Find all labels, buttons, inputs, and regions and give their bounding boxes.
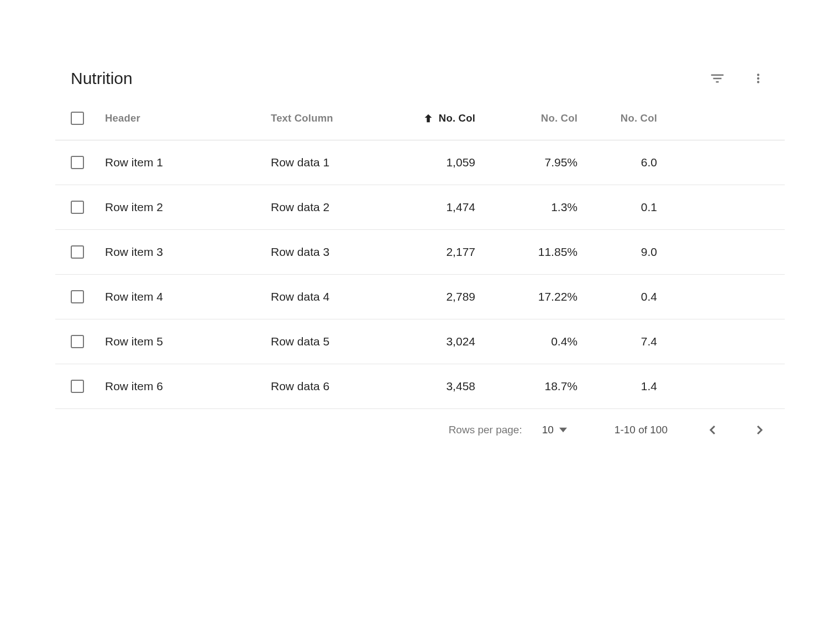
row-header: Row item 6 — [105, 380, 271, 393]
table-row: Row item 4 Row data 4 2,789 17.22% 0.4 — [55, 275, 785, 319]
table-row: Row item 6 Row data 6 3,458 18.7% 1.4 — [55, 364, 785, 409]
row-num3: 0.1 — [578, 201, 657, 214]
row-num2: 11.85% — [475, 245, 578, 259]
data-table: Header Text Column No. Col No. Col No. C… — [55, 96, 785, 409]
row-header: Row item 3 — [105, 245, 271, 259]
row-checkbox[interactable] — [71, 245, 84, 259]
row-num1: 1,059 — [381, 156, 475, 169]
rows-per-page-value: 10 — [542, 424, 554, 436]
row-checkbox[interactable] — [71, 290, 84, 303]
table-row: Row item 5 Row data 5 3,024 0.4% 7.4 — [55, 319, 785, 364]
row-num2: 18.7% — [475, 380, 578, 393]
column-num2[interactable]: No. Col — [475, 112, 578, 124]
pagination: Rows per page: 10 1-10 of 100 — [55, 409, 785, 451]
row-text: Row data 6 — [271, 380, 381, 393]
row-num1: 2,789 — [381, 290, 475, 303]
column-text[interactable]: Text Column — [271, 112, 381, 124]
row-header: Row item 5 — [105, 335, 271, 348]
more-vert-icon — [751, 71, 765, 86]
chevron-left-icon — [706, 423, 720, 437]
row-text: Row data 3 — [271, 245, 381, 259]
row-text: Row data 1 — [271, 156, 381, 169]
row-header: Row item 4 — [105, 290, 271, 303]
select-all-checkbox[interactable] — [71, 112, 84, 125]
table-header-row: Header Text Column No. Col No. Col No. C… — [55, 96, 785, 140]
table-row: Row item 3 Row data 3 2,177 11.85% 9.0 — [55, 230, 785, 275]
rows-per-page-label: Rows per page: — [449, 424, 522, 436]
row-checkbox[interactable] — [71, 335, 84, 348]
page-title: Nutrition — [71, 69, 706, 88]
row-num1: 3,024 — [381, 335, 475, 348]
column-header[interactable]: Header — [105, 112, 271, 124]
table-row: Row item 2 Row data 2 1,474 1.3% 0.1 — [55, 185, 785, 230]
row-header: Row item 1 — [105, 156, 271, 169]
toolbar-actions — [706, 67, 769, 90]
row-num1: 3,458 — [381, 380, 475, 393]
row-text: Row data 2 — [271, 201, 381, 214]
row-num3: 1.4 — [578, 380, 657, 393]
row-checkbox[interactable] — [71, 156, 84, 169]
pagination-range: 1-10 of 100 — [615, 424, 668, 436]
dropdown-icon — [559, 426, 567, 434]
row-text: Row data 4 — [271, 290, 381, 303]
row-num1: 1,474 — [381, 201, 475, 214]
rows-per-page-select[interactable]: 10 — [542, 424, 567, 436]
row-checkbox[interactable] — [71, 201, 84, 214]
row-num2: 17.22% — [475, 290, 578, 303]
column-num1[interactable]: No. Col — [381, 112, 475, 124]
row-num1: 2,177 — [381, 245, 475, 259]
chevron-right-icon — [753, 423, 766, 437]
row-header: Row item 2 — [105, 201, 271, 214]
toolbar: Nutrition — [55, 61, 785, 96]
row-checkbox[interactable] — [71, 380, 84, 393]
prev-page-button[interactable] — [703, 420, 723, 440]
more-button[interactable] — [747, 67, 769, 90]
column-num1-label: No. Col — [439, 112, 475, 124]
next-page-button[interactable] — [749, 420, 769, 440]
row-num2: 7.95% — [475, 156, 578, 169]
row-num3: 6.0 — [578, 156, 657, 169]
row-num3: 9.0 — [578, 245, 657, 259]
table-row: Row item 1 Row data 1 1,059 7.95% 6.0 — [55, 140, 785, 185]
row-num3: 0.4 — [578, 290, 657, 303]
row-num3: 7.4 — [578, 335, 657, 348]
row-num2: 1.3% — [475, 201, 578, 214]
column-num3[interactable]: No. Col — [578, 112, 657, 124]
row-text: Row data 5 — [271, 335, 381, 348]
filter-button[interactable] — [706, 67, 728, 90]
row-num2: 0.4% — [475, 335, 578, 348]
arrow-up-icon — [422, 112, 434, 124]
filter-list-icon — [709, 70, 726, 87]
